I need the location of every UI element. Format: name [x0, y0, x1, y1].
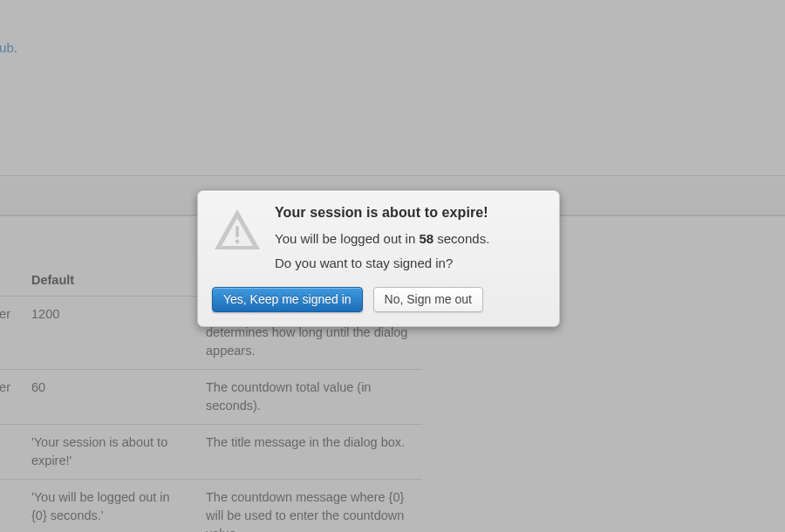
dialog-title: Your session is about to expire! — [275, 205, 543, 221]
svg-point-1 — [236, 240, 240, 244]
dialog-question: Do you want to stay signed in? — [275, 254, 543, 273]
keep-signed-in-button[interactable]: Yes, Keep me signed in — [212, 287, 363, 313]
warning-icon — [212, 205, 263, 252]
sign-out-button[interactable]: No, Sign me out — [373, 287, 483, 313]
countdown-seconds: 58 — [419, 231, 433, 246]
svg-rect-0 — [236, 226, 239, 237]
dialog-countdown-message: You will be logged out in 58 seconds. — [275, 229, 543, 249]
session-timeout-dialog: Your session is about to expire! You wil… — [197, 190, 560, 327]
